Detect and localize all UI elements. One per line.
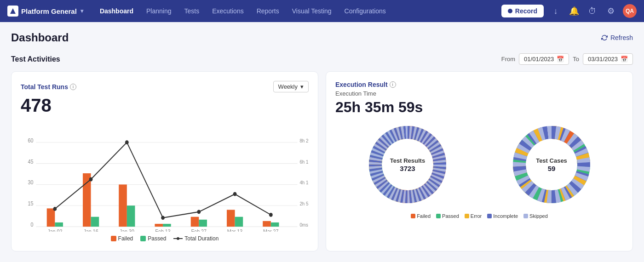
to-calendar-icon: 📅: [621, 56, 628, 63]
nav-visual-testing[interactable]: Visual Testing: [287, 5, 337, 17]
section-header: Test Activities From 01/01/2023 📅 To 03/…: [11, 53, 633, 65]
brand-chevron: ▾: [80, 8, 83, 14]
svg-text:30: 30: [28, 180, 33, 186]
page-content: Dashboard Refresh Test Activities From 0…: [0, 22, 644, 261]
chart-legend: Failed Passed Total Duration: [21, 235, 309, 242]
failed-box: [411, 214, 415, 218]
nav-planning[interactable]: Planning: [141, 5, 177, 17]
record-label: Record: [515, 7, 537, 15]
brand-logo[interactable]: Platform General ▾: [7, 6, 83, 17]
weekly-dropdown[interactable]: Weekly ▾: [273, 81, 309, 92]
chevron-down-icon: ▾: [300, 83, 304, 90]
line-dot: [161, 216, 165, 220]
failed-label: Failed: [118, 235, 133, 242]
refresh-button[interactable]: Refresh: [601, 34, 633, 41]
test-results-svg: Test Results 3723: [366, 123, 449, 206]
line-dot: [53, 207, 57, 211]
nav-actions: Record ↓ 🔔 ⏱ ⚙ QA: [501, 4, 637, 18]
history-icon[interactable]: ⏱: [586, 5, 599, 17]
nav-dashboard[interactable]: Dashboard: [94, 5, 139, 17]
nav-tests[interactable]: Tests: [179, 5, 205, 17]
svg-text:8h 20m: 8h 20m: [299, 138, 309, 143]
svg-text:Feb 13: Feb 13: [155, 229, 170, 232]
bar-failed: [83, 173, 91, 227]
svg-point-24: [177, 237, 179, 240]
svg-text:Feb 27: Feb 27: [191, 229, 207, 232]
execution-result-title: Execution Result i: [335, 81, 623, 88]
notification-icon[interactable]: 🔔: [568, 5, 581, 17]
failed-color: [111, 236, 116, 241]
svg-text:Test Results: Test Results: [390, 157, 425, 164]
nav-reports[interactable]: Reports: [251, 5, 285, 17]
test-results-donut: Test Results 3723: [366, 123, 449, 206]
to-label: To: [573, 56, 579, 63]
to-date-input[interactable]: 03/31/2023 📅: [583, 53, 633, 65]
from-date-input[interactable]: 01/01/2023 📅: [519, 53, 569, 65]
exec-legend-skipped: Skipped: [523, 213, 548, 219]
bar-passed: [199, 220, 207, 227]
bar-failed: [47, 208, 55, 227]
line-dot: [125, 140, 129, 144]
line-dot: [269, 213, 273, 217]
settings-icon[interactable]: ⚙: [604, 5, 617, 17]
execution-title-text: Execution Result: [335, 81, 388, 88]
svg-text:3723: 3723: [400, 165, 415, 172]
passed-color: [140, 236, 146, 241]
bar-failed: [227, 210, 235, 227]
nav-executions[interactable]: Executions: [207, 5, 249, 17]
svg-text:Test Cases: Test Cases: [536, 157, 567, 164]
bar-passed: [235, 217, 243, 227]
dropdown-label: Weekly: [278, 83, 298, 90]
bar-passed: [55, 222, 63, 227]
svg-text:Jan 02: Jan 02: [47, 229, 62, 232]
incomplete-box: [487, 214, 492, 218]
total-runs-value: 478: [21, 95, 309, 116]
duration-label: Total Duration: [184, 235, 218, 242]
avatar[interactable]: QA: [623, 4, 637, 18]
brand-icon: [7, 6, 18, 17]
bar-chart: 0 15 30 45 60 0ms 2h 5m 4h 10m 6h 15m 8h…: [21, 121, 309, 232]
test-cases-svg: Test Cases 59: [510, 123, 593, 206]
card-title: Total Test Runs i: [21, 83, 76, 91]
card-title-row: Total Test Runs i Weekly ▾: [21, 81, 309, 92]
from-label: From: [501, 56, 515, 63]
exec-legend-error: Error: [465, 213, 482, 219]
info-icon[interactable]: i: [70, 84, 76, 90]
total-test-runs-card: Total Test Runs i Weekly ▾ 478 0 15 30 4…: [11, 71, 318, 251]
chart-svg: 0 15 30 45 60 0ms 2h 5m 4h 10m 6h 15m 8h…: [21, 121, 309, 232]
date-range: From 01/01/2023 📅 To 03/31/2023 📅: [501, 53, 633, 65]
bar-failed: [155, 224, 163, 227]
exec-incomplete-label: Incomplete: [493, 213, 518, 219]
duration-line-legend: [173, 236, 183, 241]
exec-error-label: Error: [471, 213, 482, 219]
passed-label: Passed: [148, 235, 166, 242]
svg-text:Jan 16: Jan 16: [83, 229, 98, 232]
page-title: Dashboard: [11, 31, 69, 44]
exec-legend: Failed Passed Error Incomplete Skipped: [335, 213, 623, 219]
svg-text:2h 5m: 2h 5m: [299, 201, 309, 207]
from-calendar-icon: 📅: [557, 56, 564, 63]
svg-text:15: 15: [28, 201, 33, 207]
download-icon[interactable]: ↓: [549, 5, 562, 17]
bar-failed: [119, 184, 127, 227]
exec-passed-label: Passed: [442, 213, 459, 219]
execution-time-value: 25h 35m 59s: [335, 99, 623, 116]
bar-passed: [127, 205, 135, 227]
bar-passed: [271, 222, 279, 227]
svg-text:Mar 13: Mar 13: [227, 229, 242, 232]
bar-failed: [191, 217, 199, 227]
svg-text:59: 59: [547, 165, 555, 172]
legend-passed: Passed: [140, 235, 166, 242]
card-title-text: Total Test Runs: [21, 83, 68, 91]
legend-failed: Failed: [111, 235, 133, 242]
line-dot: [89, 177, 93, 182]
execution-info-icon[interactable]: i: [390, 81, 396, 88]
svg-text:Jan 30: Jan 30: [120, 229, 134, 232]
execution-time-label: Execution Time: [335, 90, 623, 97]
exec-legend-failed: Failed: [411, 213, 431, 219]
nav-configurations[interactable]: Configurations: [339, 5, 391, 17]
passed-box: [436, 214, 441, 218]
svg-marker-0: [10, 8, 16, 14]
from-date-value: 01/01/2023: [524, 56, 554, 63]
record-button[interactable]: Record: [501, 5, 544, 17]
